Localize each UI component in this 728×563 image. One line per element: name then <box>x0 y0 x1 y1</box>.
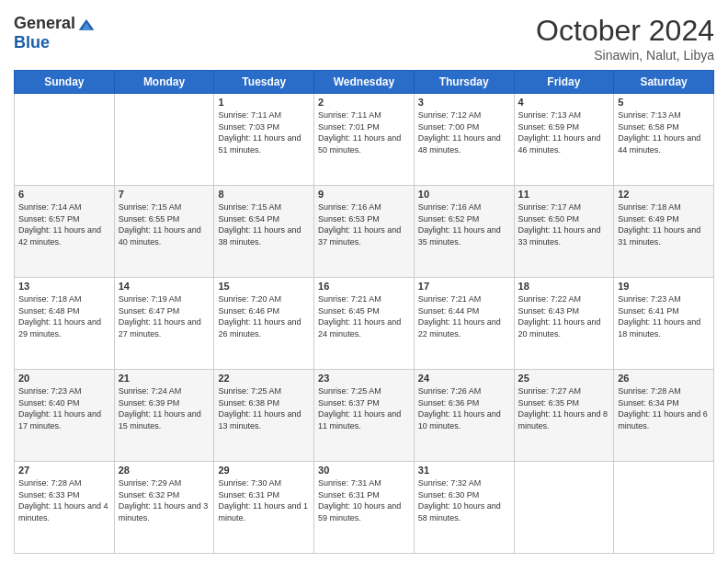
day-number: 31 <box>418 465 510 476</box>
day-info: Sunrise: 7:25 AMSunset: 6:37 PMDaylight:… <box>318 385 410 431</box>
day-info: Sunrise: 7:15 AMSunset: 6:54 PMDaylight:… <box>218 201 310 247</box>
calendar-week-3: 13Sunrise: 7:18 AMSunset: 6:48 PMDayligh… <box>15 278 714 370</box>
day-info: Sunrise: 7:18 AMSunset: 6:49 PMDaylight:… <box>618 201 710 247</box>
day-header-saturday: Saturday <box>614 71 714 94</box>
day-info: Sunrise: 7:22 AMSunset: 6:43 PMDaylight:… <box>518 293 610 339</box>
day-number: 25 <box>518 373 610 384</box>
calendar-body: 1Sunrise: 7:11 AMSunset: 7:03 PMDaylight… <box>15 94 714 554</box>
logo: General Blue <box>14 14 96 52</box>
calendar-cell: 25Sunrise: 7:27 AMSunset: 6:35 PMDayligh… <box>514 370 614 462</box>
calendar-cell: 27Sunrise: 7:28 AMSunset: 6:33 PMDayligh… <box>15 462 115 554</box>
day-info: Sunrise: 7:11 AMSunset: 7:01 PMDaylight:… <box>318 109 410 155</box>
day-number: 12 <box>618 189 710 200</box>
day-number: 6 <box>18 189 110 200</box>
calendar-cell: 1Sunrise: 7:11 AMSunset: 7:03 PMDaylight… <box>214 94 314 186</box>
day-info: Sunrise: 7:27 AMSunset: 6:35 PMDaylight:… <box>518 385 610 431</box>
day-number: 23 <box>318 373 410 384</box>
day-info: Sunrise: 7:21 AMSunset: 6:45 PMDaylight:… <box>318 293 410 339</box>
month-title: October 2024 <box>536 14 714 48</box>
calendar-cell: 13Sunrise: 7:18 AMSunset: 6:48 PMDayligh… <box>15 278 115 370</box>
day-number: 9 <box>318 189 410 200</box>
day-number: 8 <box>218 189 310 200</box>
day-info: Sunrise: 7:12 AMSunset: 7:00 PMDaylight:… <box>418 109 510 155</box>
logo-general: General <box>14 14 75 33</box>
day-number: 24 <box>418 373 510 384</box>
day-number: 2 <box>318 97 410 108</box>
calendar-cell: 18Sunrise: 7:22 AMSunset: 6:43 PMDayligh… <box>514 278 614 370</box>
calendar-cell: 23Sunrise: 7:25 AMSunset: 6:37 PMDayligh… <box>314 370 415 462</box>
day-header-tuesday: Tuesday <box>214 71 314 94</box>
calendar-cell <box>514 462 614 554</box>
day-number: 27 <box>18 465 110 476</box>
day-number: 17 <box>418 281 510 292</box>
calendar-cell: 29Sunrise: 7:30 AMSunset: 6:31 PMDayligh… <box>214 462 314 554</box>
header: General Blue October 2024 Sinawin, Nalut… <box>14 14 714 63</box>
day-number: 19 <box>618 281 710 292</box>
calendar-week-4: 20Sunrise: 7:23 AMSunset: 6:40 PMDayligh… <box>15 370 714 462</box>
calendar-cell: 9Sunrise: 7:16 AMSunset: 6:53 PMDaylight… <box>314 186 415 278</box>
day-number: 11 <box>518 189 610 200</box>
calendar-cell: 22Sunrise: 7:25 AMSunset: 6:38 PMDayligh… <box>214 370 314 462</box>
day-info: Sunrise: 7:17 AMSunset: 6:50 PMDaylight:… <box>518 201 610 247</box>
logo-text: General <box>14 14 96 33</box>
day-number: 20 <box>18 373 110 384</box>
calendar-cell: 10Sunrise: 7:16 AMSunset: 6:52 PMDayligh… <box>414 186 514 278</box>
day-number: 10 <box>418 189 510 200</box>
day-header-monday: Monday <box>114 71 214 94</box>
day-number: 14 <box>119 281 210 292</box>
location-subtitle: Sinawin, Nalut, Libya <box>536 48 714 63</box>
day-info: Sunrise: 7:19 AMSunset: 6:47 PMDaylight:… <box>119 293 210 339</box>
day-number: 18 <box>518 281 610 292</box>
logo-icon <box>77 15 96 33</box>
day-header-sunday: Sunday <box>15 71 115 94</box>
calendar-cell: 15Sunrise: 7:20 AMSunset: 6:46 PMDayligh… <box>214 278 314 370</box>
day-info: Sunrise: 7:13 AMSunset: 6:59 PMDaylight:… <box>518 109 610 155</box>
calendar-header-row: SundayMondayTuesdayWednesdayThursdayFrid… <box>15 71 714 94</box>
day-info: Sunrise: 7:32 AMSunset: 6:30 PMDaylight:… <box>418 477 510 523</box>
calendar-cell: 26Sunrise: 7:28 AMSunset: 6:34 PMDayligh… <box>614 370 714 462</box>
day-info: Sunrise: 7:24 AMSunset: 6:39 PMDaylight:… <box>119 385 210 431</box>
day-info: Sunrise: 7:29 AMSunset: 6:32 PMDaylight:… <box>119 477 210 523</box>
calendar-cell <box>15 94 115 186</box>
day-number: 30 <box>318 465 410 476</box>
day-info: Sunrise: 7:20 AMSunset: 6:46 PMDaylight:… <box>218 293 310 339</box>
calendar-cell: 6Sunrise: 7:14 AMSunset: 6:57 PMDaylight… <box>15 186 115 278</box>
day-info: Sunrise: 7:31 AMSunset: 6:31 PMDaylight:… <box>318 477 410 523</box>
calendar-cell <box>614 462 714 554</box>
calendar-table: SundayMondayTuesdayWednesdayThursdayFrid… <box>14 70 714 554</box>
title-area: October 2024 Sinawin, Nalut, Libya <box>536 14 714 63</box>
calendar-week-5: 27Sunrise: 7:28 AMSunset: 6:33 PMDayligh… <box>15 462 714 554</box>
day-info: Sunrise: 7:21 AMSunset: 6:44 PMDaylight:… <box>418 293 510 339</box>
calendar-cell: 8Sunrise: 7:15 AMSunset: 6:54 PMDaylight… <box>214 186 314 278</box>
day-info: Sunrise: 7:23 AMSunset: 6:40 PMDaylight:… <box>18 385 110 431</box>
day-info: Sunrise: 7:13 AMSunset: 6:58 PMDaylight:… <box>618 109 710 155</box>
day-number: 1 <box>218 97 310 108</box>
day-info: Sunrise: 7:30 AMSunset: 6:31 PMDaylight:… <box>218 477 310 523</box>
calendar-cell: 5Sunrise: 7:13 AMSunset: 6:58 PMDaylight… <box>614 94 714 186</box>
calendar-week-1: 1Sunrise: 7:11 AMSunset: 7:03 PMDaylight… <box>15 94 714 186</box>
calendar-cell: 17Sunrise: 7:21 AMSunset: 6:44 PMDayligh… <box>414 278 514 370</box>
day-info: Sunrise: 7:14 AMSunset: 6:57 PMDaylight:… <box>18 201 110 247</box>
calendar-cell: 4Sunrise: 7:13 AMSunset: 6:59 PMDaylight… <box>514 94 614 186</box>
calendar-cell <box>114 94 214 186</box>
calendar-cell: 28Sunrise: 7:29 AMSunset: 6:32 PMDayligh… <box>114 462 214 554</box>
day-info: Sunrise: 7:23 AMSunset: 6:41 PMDaylight:… <box>618 293 710 339</box>
day-info: Sunrise: 7:18 AMSunset: 6:48 PMDaylight:… <box>18 293 110 339</box>
calendar-cell: 7Sunrise: 7:15 AMSunset: 6:55 PMDaylight… <box>114 186 214 278</box>
calendar-cell: 11Sunrise: 7:17 AMSunset: 6:50 PMDayligh… <box>514 186 614 278</box>
calendar-cell: 12Sunrise: 7:18 AMSunset: 6:49 PMDayligh… <box>614 186 714 278</box>
day-number: 22 <box>218 373 310 384</box>
calendar-cell: 2Sunrise: 7:11 AMSunset: 7:01 PMDaylight… <box>314 94 415 186</box>
calendar-cell: 3Sunrise: 7:12 AMSunset: 7:00 PMDaylight… <box>414 94 514 186</box>
day-info: Sunrise: 7:11 AMSunset: 7:03 PMDaylight:… <box>218 109 310 155</box>
page: General Blue October 2024 Sinawin, Nalut… <box>0 0 728 563</box>
day-info: Sunrise: 7:16 AMSunset: 6:53 PMDaylight:… <box>318 201 410 247</box>
day-info: Sunrise: 7:15 AMSunset: 6:55 PMDaylight:… <box>119 201 210 247</box>
calendar-cell: 30Sunrise: 7:31 AMSunset: 6:31 PMDayligh… <box>314 462 415 554</box>
day-header-wednesday: Wednesday <box>314 71 415 94</box>
day-header-thursday: Thursday <box>414 71 514 94</box>
calendar-cell: 21Sunrise: 7:24 AMSunset: 6:39 PMDayligh… <box>114 370 214 462</box>
day-number: 13 <box>18 281 110 292</box>
day-info: Sunrise: 7:25 AMSunset: 6:38 PMDaylight:… <box>218 385 310 431</box>
day-number: 5 <box>618 97 710 108</box>
